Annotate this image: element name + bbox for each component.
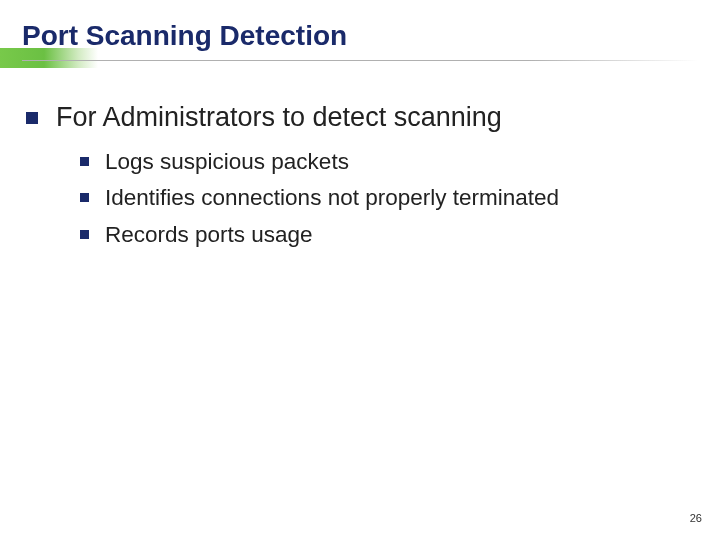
- bullet-level2: Records ports usage: [80, 220, 686, 250]
- level2-text: Identifies connections not properly term…: [105, 183, 559, 213]
- level1-text: For Administrators to detect scanning: [56, 100, 502, 135]
- slide-title: Port Scanning Detection: [22, 20, 347, 52]
- square-bullet-icon: [26, 112, 38, 124]
- page-number: 26: [690, 512, 702, 524]
- square-bullet-icon: [80, 157, 89, 166]
- square-bullet-icon: [80, 230, 89, 239]
- bullet-level2: Logs suspicious packets: [80, 147, 686, 177]
- level2-text: Records ports usage: [105, 220, 313, 250]
- square-bullet-icon: [80, 193, 89, 202]
- slide-body: For Administrators to detect scanning Lo…: [26, 100, 686, 256]
- bullet-level1: For Administrators to detect scanning: [26, 100, 686, 135]
- title-underline: [22, 60, 698, 61]
- bullet-level2: Identifies connections not properly term…: [80, 183, 686, 213]
- level2-text: Logs suspicious packets: [105, 147, 349, 177]
- sub-bullet-group: Logs suspicious packets Identifies conne…: [80, 147, 686, 250]
